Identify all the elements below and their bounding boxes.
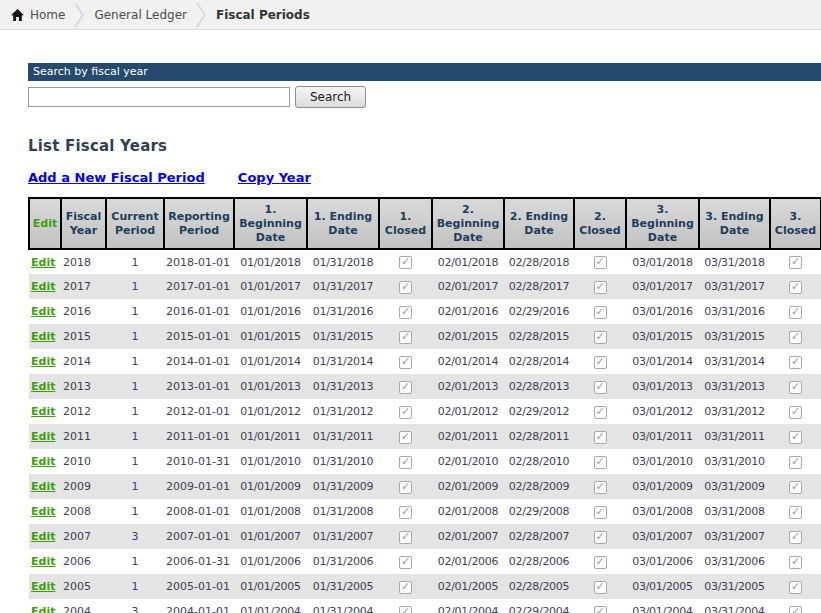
p1-closed-checkbox [399,456,412,469]
column-header-3-closed: 3. Closed [770,198,821,249]
cell-p1-closed [379,399,432,424]
table-header-row: EditFiscal YearCurrent PeriodReporting P… [29,198,821,249]
cell-p2-closed [574,474,626,499]
cell-fiscal-year: 2012 [61,399,106,424]
cell-p1-ending-date: 01/31/2008 [307,499,379,524]
edit-link[interactable]: Edit [31,480,55,493]
edit-link[interactable]: Edit [31,430,55,443]
table-row: Edit 2017 1 2017-01-01 01/01/2017 01/31/… [29,274,821,299]
edit-link[interactable]: Edit [31,380,55,393]
cell-edit: Edit [29,599,61,613]
column-header-3-beginning-date: 3. Beginning Date [626,198,699,249]
p3-closed-checkbox [789,581,802,594]
column-header-current-period: Current Period [106,198,164,249]
column-header-2-closed: 2. Closed [574,198,626,249]
cell-p3-beginning-date: 03/01/2005 [626,574,699,599]
cell-p3-beginning-date: 03/01/2007 [626,524,699,549]
edit-link[interactable]: Edit [31,605,55,613]
edit-link[interactable]: Edit [31,330,55,343]
copy-year-link[interactable]: Copy Year [238,170,311,185]
p1-closed-checkbox [399,556,412,569]
cell-p3-closed [770,274,821,299]
p1-closed-checkbox [399,306,412,319]
cell-p1-ending-date: 01/31/2009 [307,474,379,499]
cell-edit: Edit [29,249,61,274]
cell-p3-beginning-date: 03/01/2013 [626,374,699,399]
cell-p3-ending-date: 03/31/2012 [699,399,770,424]
breadcrumb-separator-icon [196,2,207,28]
cell-p1-ending-date: 01/31/2010 [307,449,379,474]
edit-link[interactable]: Edit [31,580,55,593]
cell-p2-closed [574,374,626,399]
table-row: Edit 2009 1 2009-01-01 01/01/2009 01/31/… [29,474,821,499]
breadcrumb-general-ledger[interactable]: General Ledger [94,8,187,22]
breadcrumb-separator-icon [74,2,85,28]
cell-fiscal-year: 2006 [61,549,106,574]
cell-current-period: 1 [106,274,164,299]
cell-p2-beginning-date: 02/01/2015 [432,324,504,349]
cell-current-period: 1 [106,424,164,449]
cell-p2-ending-date: 02/28/2005 [504,574,574,599]
cell-p1-closed [379,499,432,524]
edit-link[interactable]: Edit [31,305,55,318]
cell-p2-closed [574,324,626,349]
edit-link[interactable]: Edit [31,355,55,368]
cell-p1-beginning-date: 01/01/2008 [234,499,307,524]
edit-link[interactable]: Edit [31,405,55,418]
column-header-edit: Edit [29,198,61,249]
p2-closed-checkbox [594,331,607,344]
cell-p2-closed [574,274,626,299]
cell-p2-beginning-date: 02/01/2004 [432,599,504,613]
p3-closed-checkbox [789,306,802,319]
cell-p1-closed [379,599,432,613]
cell-reporting-period: 2008-01-01 [164,499,234,524]
cell-p2-beginning-date: 02/01/2007 [432,524,504,549]
column-header-2-ending-date: 2. Ending Date [504,198,574,249]
cell-p1-ending-date: 01/31/2004 [307,599,379,613]
cell-current-period: 1 [106,499,164,524]
page-title: List Fiscal Years [28,137,821,155]
cell-p1-ending-date: 01/31/2013 [307,374,379,399]
cell-p3-beginning-date: 03/01/2016 [626,299,699,324]
cell-edit: Edit [29,549,61,574]
cell-p2-beginning-date: 02/01/2011 [432,424,504,449]
p1-closed-checkbox [399,531,412,544]
cell-p3-closed [770,524,821,549]
cell-p3-beginning-date: 03/01/2006 [626,549,699,574]
column-header-2-beginning-date: 2. Beginning Date [432,198,504,249]
cell-p1-ending-date: 01/31/2016 [307,299,379,324]
breadcrumb-home[interactable]: Home [30,8,65,22]
table-row: Edit 2014 1 2014-01-01 01/01/2014 01/31/… [29,349,821,374]
p2-closed-checkbox [594,381,607,394]
table-row: Edit 2008 1 2008-01-01 01/01/2008 01/31/… [29,499,821,524]
cell-p2-beginning-date: 02/01/2014 [432,349,504,374]
cell-p2-ending-date: 02/29/2016 [504,299,574,324]
cell-reporting-period: 2013-01-01 [164,374,234,399]
cell-edit: Edit [29,449,61,474]
edit-link[interactable]: Edit [31,256,55,269]
cell-p1-beginning-date: 01/01/2009 [234,474,307,499]
search-input[interactable] [28,87,290,107]
edit-link[interactable]: Edit [31,455,55,468]
cell-reporting-period: 2004-01-01 [164,599,234,613]
cell-p1-ending-date: 01/31/2011 [307,424,379,449]
cell-p1-ending-date: 01/31/2017 [307,274,379,299]
cell-p2-ending-date: 02/28/2006 [504,549,574,574]
edit-link[interactable]: Edit [31,530,55,543]
cell-p3-closed [770,349,821,374]
search-button[interactable]: Search [295,86,366,108]
cell-p3-ending-date: 03/31/2013 [699,374,770,399]
p1-closed-checkbox [399,256,412,269]
edit-link[interactable]: Edit [31,555,55,568]
cell-edit: Edit [29,574,61,599]
cell-p1-closed [379,249,432,274]
table-row: Edit 2011 1 2011-01-01 01/01/2011 01/31/… [29,424,821,449]
add-fiscal-period-link[interactable]: Add a New Fiscal Period [28,170,205,185]
edit-link[interactable]: Edit [31,505,55,518]
cell-reporting-period: 2006-01-31 [164,549,234,574]
cell-edit: Edit [29,349,61,374]
cell-p2-ending-date: 02/28/2015 [504,324,574,349]
p1-closed-checkbox [399,331,412,344]
edit-link[interactable]: Edit [31,280,55,293]
home-icon [11,9,24,21]
